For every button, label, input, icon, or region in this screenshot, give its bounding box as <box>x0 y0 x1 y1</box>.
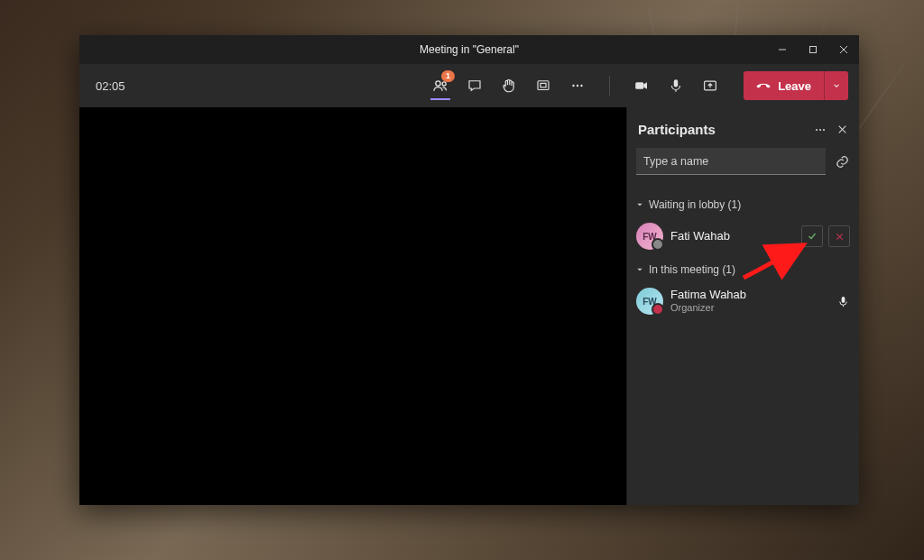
ellipsis-icon <box>813 123 827 137</box>
camera-button[interactable] <box>624 64 659 107</box>
check-icon <box>807 231 818 242</box>
minimize-icon <box>778 45 787 54</box>
search-row <box>636 148 850 175</box>
participants-button[interactable]: 1 <box>423 64 457 107</box>
share-invite-button[interactable] <box>835 154 850 170</box>
chat-icon <box>467 78 483 94</box>
panel-close-button[interactable] <box>836 124 848 135</box>
svg-rect-1 <box>810 47 817 53</box>
maximize-button[interactable] <box>798 35 828 64</box>
window-title: Meeting in "General" <box>420 43 519 56</box>
admit-button[interactable] <box>801 225 823 247</box>
close-icon <box>836 124 848 135</box>
hangup-icon <box>756 78 771 93</box>
hand-icon <box>501 78 517 94</box>
panel-title: Participants <box>638 122 716 137</box>
leave-menu-button[interactable] <box>824 71 848 100</box>
leave-button[interactable]: Leave <box>744 71 824 100</box>
svg-point-4 <box>436 81 440 86</box>
chat-button[interactable] <box>457 64 492 107</box>
window-controls <box>767 35 859 64</box>
svg-point-10 <box>580 85 582 87</box>
deny-button[interactable] <box>828 225 850 247</box>
rooms-button[interactable] <box>526 64 560 107</box>
svg-point-8 <box>572 85 574 87</box>
participant-search-input[interactable] <box>636 148 826 175</box>
participant-mic-indicator <box>836 295 850 308</box>
svg-point-9 <box>577 85 578 87</box>
toolbar-divider <box>609 76 610 96</box>
toolbar-center-group: 1 <box>423 64 595 107</box>
svg-rect-12 <box>674 79 679 87</box>
meeting-section-header[interactable]: In this meeting (1) <box>636 263 850 276</box>
mic-icon <box>668 78 684 94</box>
avatar: FW <box>636 288 663 315</box>
chevron-down-icon <box>832 81 841 90</box>
svg-rect-21 <box>842 296 845 302</box>
maximize-icon <box>808 45 818 54</box>
participants-panel: Participants <box>626 107 859 505</box>
meeting-section-label: In this meeting (1) <box>649 263 735 276</box>
svg-rect-7 <box>541 83 546 87</box>
mic-icon <box>836 295 850 308</box>
lobby-actions <box>801 225 850 247</box>
participant-role: Organizer <box>670 302 829 314</box>
rooms-icon <box>535 78 551 94</box>
panel-more-button[interactable] <box>813 123 827 137</box>
meeting-toolbar: 02:05 1 <box>79 64 859 107</box>
titlebar: Meeting in "General" <box>79 35 859 64</box>
leave-label: Leave <box>778 79 811 93</box>
svg-rect-6 <box>538 81 549 90</box>
svg-point-5 <box>442 82 446 86</box>
presence-busy-icon <box>651 303 664 316</box>
participant-name: Fatima Wahab <box>670 289 829 302</box>
meeting-timer: 02:05 <box>96 79 125 93</box>
camera-icon <box>633 78 650 94</box>
more-actions-button[interactable] <box>560 64 595 107</box>
participants-badge: 1 <box>441 70 455 82</box>
meeting-window: Meeting in "General" 02:05 1 <box>79 35 859 505</box>
video-stage <box>79 107 626 505</box>
participant-name: Fati Wahab <box>670 230 794 243</box>
panel-header: Participants <box>636 116 850 148</box>
svg-point-15 <box>819 128 821 130</box>
toolbar-device-group <box>624 64 727 107</box>
link-icon <box>835 154 850 170</box>
share-screen-icon <box>702 78 718 94</box>
close-window-button[interactable] <box>828 35 859 64</box>
svg-point-14 <box>816 128 818 130</box>
svg-point-16 <box>823 128 825 130</box>
lobby-participant-row[interactable]: FW Fati Wahab <box>636 218 850 254</box>
raise-hand-button[interactable] <box>492 64 526 107</box>
lobby-section-label: Waiting in lobby (1) <box>649 198 741 211</box>
lobby-section-header[interactable]: Waiting in lobby (1) <box>636 198 850 211</box>
meeting-participant-row[interactable]: FW Fatima Wahab Organizer <box>636 283 850 319</box>
ellipsis-icon <box>569 78 586 94</box>
avatar: FW <box>636 223 663 250</box>
caret-down-icon <box>636 266 643 273</box>
share-button[interactable] <box>693 64 727 107</box>
leave-button-group: Leave <box>744 71 848 100</box>
mic-button[interactable] <box>659 64 693 107</box>
meeting-body: Participants <box>79 107 859 505</box>
svg-rect-11 <box>635 82 643 89</box>
caret-down-icon <box>636 201 643 208</box>
minimize-button[interactable] <box>767 35 798 64</box>
presence-away-icon <box>651 238 664 251</box>
close-icon <box>839 45 848 54</box>
x-icon <box>835 232 845 242</box>
